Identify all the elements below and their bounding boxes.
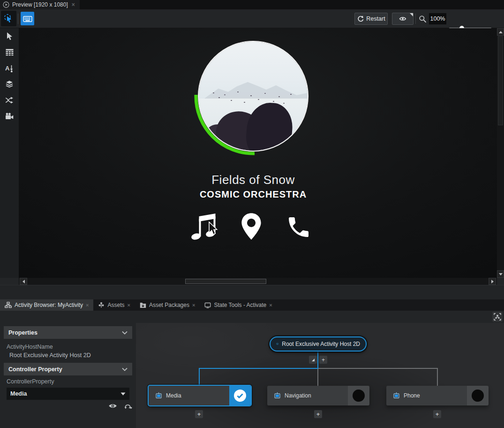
connector-horizontal-gray — [318, 368, 438, 369]
arrow-left-icon — [23, 280, 25, 283]
navigation-button[interactable] — [241, 213, 262, 243]
svg-text:A: A — [5, 65, 10, 72]
tab-close-icon[interactable]: × — [269, 302, 272, 308]
cursor-arrow-icon — [208, 222, 218, 236]
text-tool-button[interactable]: A — [0, 60, 19, 76]
eye-icon — [399, 15, 407, 22]
preview-vertical-scrollbar[interactable] — [497, 28, 504, 278]
controller-property-dropdown[interactable]: Media — [7, 388, 129, 400]
controller-property-section-header[interactable]: Controller Property — [4, 363, 132, 375]
dropdown-corner-icon — [410, 13, 413, 16]
restart-button[interactable]: Restart — [354, 13, 388, 25]
node-label: Root Exclusive Activity Host 2D — [282, 341, 360, 347]
activity-node-icon — [155, 392, 162, 399]
active-check-icon — [234, 390, 246, 402]
inactive-dot-icon — [472, 390, 484, 402]
node-navigation-body[interactable]: Navigation — [267, 386, 348, 405]
tool-strip: A — [0, 28, 19, 278]
fit-view-icon — [494, 313, 501, 321]
layers-tool-button[interactable] — [0, 76, 19, 92]
chevron-down-icon — [122, 367, 128, 371]
preview-horizontal-scrollbar[interactable] — [19, 278, 497, 285]
node-navigation-state[interactable] — [348, 386, 369, 405]
table-grid-icon — [6, 49, 14, 56]
camera-tool-button[interactable] — [0, 108, 19, 124]
tab-label: Assets — [107, 302, 124, 308]
virtual-keyboard-button[interactable] — [21, 12, 34, 25]
property-label: ActivityHostName — [7, 344, 53, 350]
state-tool-button[interactable] — [0, 92, 19, 108]
tab-asset-packages[interactable]: Asset Packages × — [135, 299, 200, 311]
add-child-button[interactable]: + — [319, 356, 327, 364]
arrow-right-icon — [491, 280, 494, 283]
arrow-up-icon — [499, 31, 503, 33]
scroll-up-button[interactable] — [497, 28, 504, 36]
visibility-button[interactable] — [392, 13, 414, 25]
property-label: ControllerProperty — [7, 378, 54, 385]
vertical-scroll-thumb[interactable] — [498, 36, 503, 125]
tab-label: State Tools - Activate — [214, 302, 266, 308]
node-media[interactable]: Media — [149, 386, 251, 405]
properties-section-header[interactable]: Properties — [4, 326, 132, 339]
activity-node-graph[interactable]: Root Exclusive Activity Host 2D + Media — [136, 323, 504, 428]
connector-media-drop — [199, 368, 200, 386]
node-media-state[interactable] — [229, 386, 251, 405]
scroll-down-button[interactable] — [497, 270, 504, 278]
grid-tool-button[interactable] — [0, 44, 19, 60]
album-art — [192, 35, 314, 157]
assets-icon — [98, 302, 105, 308]
section-title: Properties — [8, 329, 38, 336]
tab-close-icon[interactable]: × — [86, 302, 89, 308]
text-node-icon: A — [5, 64, 14, 72]
add-under-phone-button[interactable]: + — [433, 410, 441, 418]
show-eye-icon[interactable] — [108, 403, 117, 409]
zoom-level-field[interactable]: 100% — [429, 13, 446, 24]
node-navigation[interactable]: Navigation — [267, 386, 369, 405]
phone-button[interactable] — [285, 214, 312, 242]
tab-state-tools[interactable]: State Tools - Activate × — [200, 299, 277, 311]
interaction-mode-button[interactable] — [1, 11, 16, 26]
push-to-node-icon[interactable] — [124, 403, 132, 410]
node-phone-state[interactable] — [467, 386, 489, 405]
toolbar-divider — [18, 14, 18, 24]
scroll-left-button[interactable] — [20, 278, 27, 285]
restart-label: Restart — [366, 15, 385, 22]
tab-close-icon[interactable]: × — [127, 302, 130, 308]
tab-preview[interactable]: Preview [1920 x 1080] × — [0, 0, 80, 9]
add-under-navigation-button[interactable]: + — [314, 410, 322, 418]
node-label: Navigation — [285, 392, 311, 399]
preview-toolbar: Restart 100% — [0, 9, 504, 28]
connector-root-down — [317, 352, 318, 368]
video-camera-icon — [5, 113, 14, 120]
collapse-button[interactable] — [309, 356, 317, 364]
select-tool-button[interactable] — [0, 28, 19, 44]
fit-to-view-button[interactable] — [492, 312, 503, 322]
preview-viewport[interactable]: Fields of Snow COSMIC ORCHESTRA — [19, 28, 497, 278]
node-phone[interactable]: Phone — [386, 386, 489, 405]
node-root-activity-host[interactable]: Root Exclusive Activity Host 2D — [270, 336, 367, 352]
play-circle-icon — [3, 1, 9, 8]
app-window: Preview [1920 x 1080] × — [0, 0, 504, 428]
activity-browser-icon — [5, 302, 12, 308]
layers-icon — [5, 80, 14, 88]
properties-panel: Properties ActivityHostName Root Exclusi… — [0, 323, 136, 428]
connector-phone-drop — [437, 368, 438, 386]
tab-assets[interactable]: Assets × — [93, 299, 135, 311]
tab-activity-browser[interactable]: Activity Browser: MyActivity × — [0, 299, 93, 311]
activity-browser-panel: Properties ActivityHostName Root Exclusi… — [0, 311, 504, 428]
track-artist: COSMIC ORCHESTRA — [19, 189, 488, 200]
preview-tab-close-icon[interactable]: × — [72, 1, 75, 8]
scroll-right-button[interactable] — [489, 278, 496, 285]
zoom-tool — [419, 15, 427, 25]
pointer-icon — [6, 32, 14, 40]
add-under-media-button[interactable]: + — [195, 410, 203, 418]
tab-close-icon[interactable]: × — [192, 302, 195, 308]
phone-icon — [285, 214, 312, 240]
node-media-body[interactable]: Media — [149, 386, 229, 405]
node-phone-body[interactable]: Phone — [386, 386, 467, 405]
progress-arc — [196, 95, 255, 153]
horizontal-scroll-thumb[interactable] — [185, 279, 266, 284]
magnifier-icon — [419, 15, 427, 23]
progress-ring — [192, 35, 314, 157]
corner-triangle-icon — [312, 359, 315, 361]
